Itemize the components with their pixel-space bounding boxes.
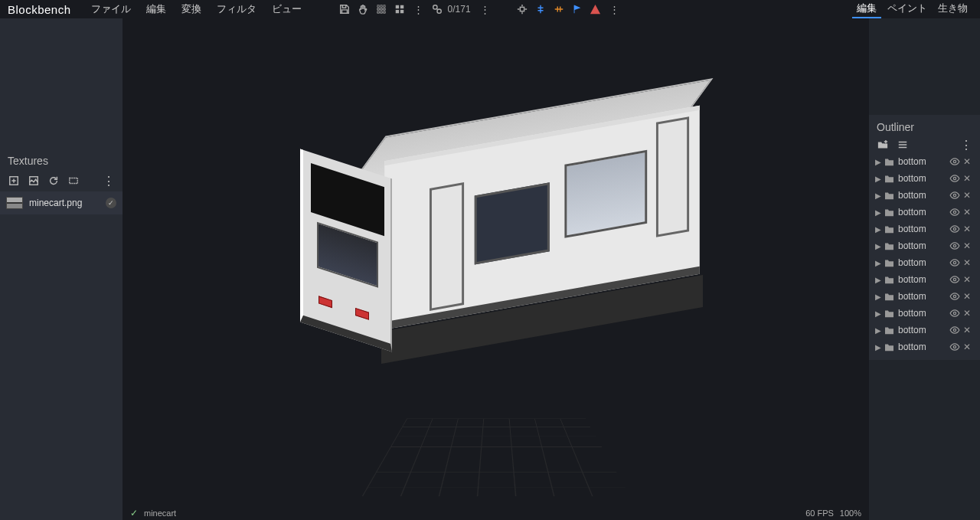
warning-icon[interactable] (588, 2, 603, 17)
remove-icon[interactable]: ✕ (963, 274, 974, 285)
folder-icon (884, 343, 895, 352)
caret-icon[interactable]: ▶ (875, 158, 881, 166)
outliner-more-icon[interactable]: ⋮ (960, 139, 972, 151)
snap-y-icon[interactable] (533, 2, 548, 17)
visibility-toggle-icon[interactable] (949, 293, 960, 300)
caret-icon[interactable]: ▶ (875, 191, 881, 200)
texture-placeholder-icon[interactable] (67, 175, 80, 187)
toolbar-more-2[interactable]: ⋮ (477, 4, 493, 15)
folder-icon (884, 191, 895, 200)
mode-tab-paint[interactable]: ペイント (883, 0, 932, 18)
remove-icon[interactable]: ✕ (963, 156, 974, 167)
textures-panel-title: Textures (0, 149, 122, 172)
remove-icon[interactable]: ✕ (963, 173, 974, 184)
menu-view[interactable]: ビュー (266, 1, 308, 18)
toolbar-more-1[interactable]: ⋮ (410, 4, 426, 15)
caret-icon[interactable]: ▶ (875, 242, 881, 250)
menu-transform[interactable]: 変換 (175, 1, 207, 18)
outliner-item[interactable]: ▶bottom✕ (869, 237, 980, 254)
menu-file[interactable]: ファイル (85, 1, 137, 18)
caret-icon[interactable]: ▶ (875, 309, 881, 318)
visibility-toggle-icon[interactable] (949, 191, 960, 199)
ground-grid (361, 419, 629, 496)
visibility-toggle-icon[interactable] (949, 326, 960, 334)
folder-icon (884, 242, 895, 250)
remove-icon[interactable]: ✕ (963, 207, 974, 217)
create-texture-icon[interactable] (28, 175, 40, 187)
outliner-options-icon[interactable] (897, 139, 909, 151)
reload-textures-icon[interactable] (47, 175, 60, 187)
svg-rect-3 (400, 10, 403, 13)
link-icon[interactable] (430, 2, 445, 17)
visibility-toggle-icon[interactable] (949, 242, 960, 250)
import-texture-icon[interactable] (8, 175, 20, 187)
quad-icon[interactable] (392, 2, 407, 17)
svg-point-16 (953, 244, 956, 247)
outliner-item[interactable]: ▶bottom✕ (869, 170, 980, 187)
remove-icon[interactable]: ✕ (963, 224, 974, 234)
remove-icon[interactable]: ✕ (963, 291, 974, 302)
outliner-item[interactable]: ▶bottom✕ (869, 288, 980, 305)
folder-icon (884, 158, 895, 166)
menu-filter[interactable]: フィルタ (211, 1, 263, 18)
remove-icon[interactable]: ✕ (963, 308, 974, 319)
outliner-item[interactable]: ▶bottom✕ (869, 187, 980, 204)
outliner-item[interactable]: ▶bottom✕ (869, 221, 980, 237)
save-icon[interactable] (337, 2, 352, 17)
mode-tab-edit[interactable]: 編集 (852, 0, 881, 18)
remove-icon[interactable]: ✕ (963, 325, 974, 335)
toolbar-more-3[interactable]: ⋮ (606, 4, 622, 15)
snap-x-icon[interactable] (551, 2, 567, 17)
texture-item[interactable]: minecart.png ✓ (0, 191, 122, 214)
outliner-item[interactable]: ▶bottom✕ (869, 322, 980, 338)
folder-icon (884, 175, 895, 183)
visibility-toggle-icon[interactable] (949, 158, 960, 165)
visibility-toggle-icon[interactable] (949, 276, 960, 283)
caret-icon[interactable]: ▶ (875, 293, 881, 301)
caret-icon[interactable]: ▶ (875, 343, 881, 352)
flag-icon[interactable] (570, 2, 585, 17)
texture-saved-icon: ✓ (106, 198, 116, 208)
mode-tab-animate[interactable]: 生き物 (933, 0, 972, 18)
add-group-icon[interactable] (877, 139, 889, 151)
svg-rect-0 (395, 5, 398, 8)
folder-icon (884, 309, 895, 318)
outliner-item[interactable]: ▶bottom✕ (869, 305, 980, 322)
svg-point-21 (953, 329, 956, 331)
svg-rect-6 (520, 7, 524, 11)
visibility-toggle-icon[interactable] (949, 309, 960, 317)
outliner-item[interactable]: ▶bottom✕ (869, 153, 980, 170)
visibility-toggle-icon[interactable] (949, 259, 960, 267)
center-icon[interactable] (514, 2, 530, 17)
caret-icon[interactable]: ▶ (875, 276, 881, 284)
viewport-3d[interactable] (122, 18, 869, 506)
outliner-item[interactable]: ▶bottom✕ (869, 338, 980, 355)
outliner-item[interactable]: ▶bottom✕ (869, 271, 980, 288)
folder-icon (884, 326, 895, 335)
remove-icon[interactable]: ✕ (963, 240, 974, 251)
remove-icon[interactable]: ✕ (963, 257, 974, 268)
caret-icon[interactable]: ▶ (875, 225, 881, 234)
svg-point-22 (953, 345, 956, 348)
folder-icon (884, 208, 895, 217)
caret-icon[interactable]: ▶ (875, 175, 881, 183)
caret-icon[interactable]: ▶ (875, 208, 881, 217)
visibility-toggle-icon[interactable] (949, 343, 960, 351)
outliner-item[interactable]: ▶bottom✕ (869, 254, 980, 271)
remove-icon[interactable]: ✕ (963, 190, 974, 201)
remove-icon[interactable]: ✕ (963, 342, 974, 352)
menu-edit[interactable]: 編集 (140, 1, 172, 18)
folder-icon (884, 225, 895, 234)
svg-point-12 (953, 177, 956, 179)
textures-more-icon[interactable]: ⋮ (103, 175, 115, 187)
grid-select-icon[interactable] (374, 2, 389, 17)
visibility-toggle-icon[interactable] (949, 175, 960, 182)
visibility-toggle-icon[interactable] (949, 208, 960, 216)
texture-name: minecart.png (29, 198, 82, 208)
visibility-toggle-icon[interactable] (949, 225, 960, 233)
caret-icon[interactable]: ▶ (875, 259, 881, 267)
outliner-item[interactable]: ▶bottom✕ (869, 204, 980, 221)
outliner-title: Outliner (869, 115, 980, 136)
caret-icon[interactable]: ▶ (875, 326, 881, 335)
hand-icon[interactable] (355, 2, 371, 17)
